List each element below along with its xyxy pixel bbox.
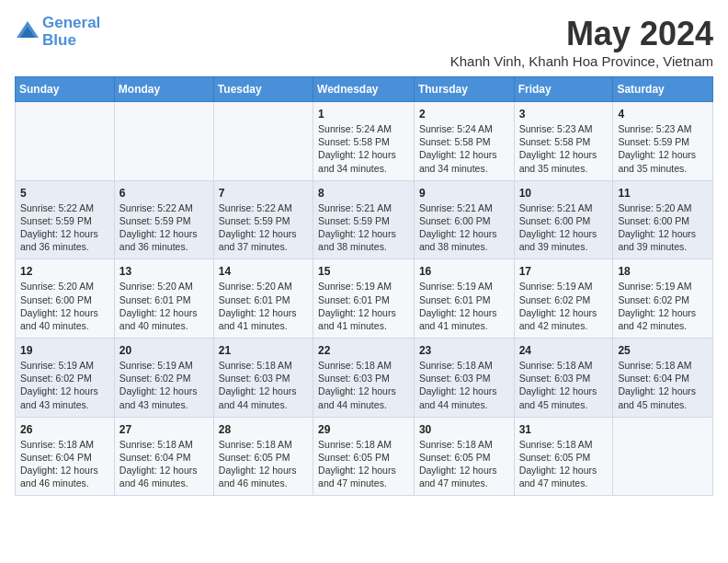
day-info: Sunrise: 5:23 AMSunset: 5:58 PMDaylight:… [519,122,609,175]
day-number: 7 [219,187,308,200]
day-number: 4 [618,108,708,121]
day-number: 12 [20,265,109,278]
day-info: Sunrise: 5:18 AMSunset: 6:03 PMDaylight:… [318,359,409,411]
calendar-cell: 23Sunrise: 5:18 AMSunset: 6:03 PMDayligh… [414,339,514,418]
day-number: 27 [119,423,209,436]
day-number: 19 [20,344,109,357]
column-header-thursday: Thursday [414,77,514,102]
calendar-cell [613,417,713,496]
day-info: Sunrise: 5:22 AMSunset: 5:59 PMDaylight:… [20,201,109,254]
day-number: 24 [519,344,609,357]
day-info: Sunrise: 5:18 AMSunset: 6:05 PMDaylight:… [318,438,409,490]
day-info: Sunrise: 5:18 AMSunset: 6:04 PMDaylight:… [119,438,209,490]
day-info: Sunrise: 5:18 AMSunset: 6:04 PMDaylight:… [20,438,109,490]
day-info: Sunrise: 5:19 AMSunset: 6:02 PMDaylight:… [618,280,708,332]
day-info: Sunrise: 5:24 AMSunset: 5:58 PMDaylight:… [419,122,509,175]
day-number: 16 [419,265,509,278]
calendar-cell: 17Sunrise: 5:19 AMSunset: 6:02 PMDayligh… [514,259,613,339]
calendar-cell: 27Sunrise: 5:18 AMSunset: 6:04 PMDayligh… [114,417,213,496]
logo: General Blue [15,15,100,49]
day-info: Sunrise: 5:18 AMSunset: 6:05 PMDaylight:… [419,438,509,490]
header-row: SundayMondayTuesdayWednesdayThursdayFrid… [16,77,713,102]
day-info: Sunrise: 5:19 AMSunset: 6:02 PMDaylight:… [119,359,209,411]
calendar-header: SundayMondayTuesdayWednesdayThursdayFrid… [16,77,713,102]
calendar-cell: 25Sunrise: 5:18 AMSunset: 6:04 PMDayligh… [613,339,713,418]
day-info: Sunrise: 5:19 AMSunset: 6:02 PMDaylight:… [519,280,609,332]
day-info: Sunrise: 5:19 AMSunset: 6:01 PMDaylight:… [419,280,509,332]
day-number: 6 [119,187,209,200]
day-number: 15 [318,265,409,278]
week-row-5: 26Sunrise: 5:18 AMSunset: 6:04 PMDayligh… [16,417,713,496]
calendar-cell: 5Sunrise: 5:22 AMSunset: 5:59 PMDaylight… [16,180,115,259]
day-info: Sunrise: 5:18 AMSunset: 6:05 PMDaylight:… [519,438,609,490]
day-info: Sunrise: 5:22 AMSunset: 5:59 PMDaylight:… [119,201,209,254]
day-number: 1 [318,108,409,121]
calendar-cell: 9Sunrise: 5:21 AMSunset: 6:00 PMDaylight… [414,180,514,259]
day-number: 13 [119,265,209,278]
calendar-cell [114,102,213,181]
month-title: May 2024 [450,15,713,53]
day-info: Sunrise: 5:24 AMSunset: 5:58 PMDaylight:… [318,122,409,175]
calendar-cell: 1Sunrise: 5:24 AMSunset: 5:58 PMDaylight… [313,102,415,181]
column-header-monday: Monday [114,77,213,102]
calendar-cell: 31Sunrise: 5:18 AMSunset: 6:05 PMDayligh… [514,417,613,496]
day-number: 10 [519,187,609,200]
calendar-cell: 12Sunrise: 5:20 AMSunset: 6:00 PMDayligh… [16,259,115,339]
calendar-cell: 21Sunrise: 5:18 AMSunset: 6:03 PMDayligh… [213,339,313,418]
day-info: Sunrise: 5:18 AMSunset: 6:04 PMDaylight:… [618,359,708,411]
column-header-tuesday: Tuesday [213,77,313,102]
day-number: 17 [519,265,609,278]
calendar-cell: 11Sunrise: 5:20 AMSunset: 6:00 PMDayligh… [613,180,713,259]
location-subtitle: Khanh Vinh, Khanh Hoa Province, Vietnam [450,53,713,69]
day-info: Sunrise: 5:21 AMSunset: 6:00 PMDaylight:… [419,201,509,254]
day-info: Sunrise: 5:19 AMSunset: 6:01 PMDaylight:… [318,280,409,332]
calendar-cell: 28Sunrise: 5:18 AMSunset: 6:05 PMDayligh… [213,417,313,496]
day-number: 25 [618,344,708,357]
day-number: 23 [419,344,509,357]
day-number: 29 [318,423,409,436]
day-info: Sunrise: 5:20 AMSunset: 6:01 PMDaylight:… [119,280,209,332]
day-info: Sunrise: 5:18 AMSunset: 6:03 PMDaylight:… [519,359,609,411]
day-number: 9 [419,187,509,200]
calendar-cell: 13Sunrise: 5:20 AMSunset: 6:01 PMDayligh… [114,259,213,339]
calendar-body: 1Sunrise: 5:24 AMSunset: 5:58 PMDaylight… [16,102,713,496]
calendar-cell: 18Sunrise: 5:19 AMSunset: 6:02 PMDayligh… [613,259,713,339]
day-info: Sunrise: 5:22 AMSunset: 5:59 PMDaylight:… [219,201,308,254]
logo-text-general: General [42,14,100,31]
page-header: General Blue May 2024 Khanh Vinh, Khanh … [15,15,713,69]
calendar-cell: 24Sunrise: 5:18 AMSunset: 6:03 PMDayligh… [514,339,613,418]
day-number: 18 [618,265,708,278]
calendar-cell: 8Sunrise: 5:21 AMSunset: 5:59 PMDaylight… [313,180,415,259]
calendar-cell [16,102,115,181]
calendar-cell: 20Sunrise: 5:19 AMSunset: 6:02 PMDayligh… [114,339,213,418]
day-number: 14 [219,265,308,278]
day-info: Sunrise: 5:20 AMSunset: 6:00 PMDaylight:… [618,201,708,254]
calendar-cell: 16Sunrise: 5:19 AMSunset: 6:01 PMDayligh… [414,259,514,339]
day-number: 11 [618,187,708,200]
column-header-friday: Friday [514,77,613,102]
calendar-cell [213,102,313,181]
calendar-cell: 29Sunrise: 5:18 AMSunset: 6:05 PMDayligh… [313,417,415,496]
calendar-cell: 4Sunrise: 5:23 AMSunset: 5:59 PMDaylight… [613,102,713,181]
calendar-cell: 19Sunrise: 5:19 AMSunset: 6:02 PMDayligh… [16,339,115,418]
calendar-cell: 6Sunrise: 5:22 AMSunset: 5:59 PMDaylight… [114,180,213,259]
day-number: 30 [419,423,509,436]
day-info: Sunrise: 5:20 AMSunset: 6:01 PMDaylight:… [219,280,308,332]
day-info: Sunrise: 5:21 AMSunset: 5:59 PMDaylight:… [318,201,409,254]
week-row-2: 5Sunrise: 5:22 AMSunset: 5:59 PMDaylight… [16,180,713,259]
column-header-saturday: Saturday [613,77,713,102]
day-info: Sunrise: 5:19 AMSunset: 6:02 PMDaylight:… [20,359,109,411]
week-row-3: 12Sunrise: 5:20 AMSunset: 6:00 PMDayligh… [16,259,713,339]
day-number: 21 [219,344,308,357]
day-info: Sunrise: 5:20 AMSunset: 6:00 PMDaylight:… [20,280,109,332]
day-info: Sunrise: 5:18 AMSunset: 6:05 PMDaylight:… [219,438,308,490]
calendar-cell: 15Sunrise: 5:19 AMSunset: 6:01 PMDayligh… [313,259,415,339]
day-number: 22 [318,344,409,357]
day-number: 20 [119,344,209,357]
column-header-wednesday: Wednesday [313,77,415,102]
week-row-4: 19Sunrise: 5:19 AMSunset: 6:02 PMDayligh… [16,339,713,418]
day-info: Sunrise: 5:21 AMSunset: 6:00 PMDaylight:… [519,201,609,254]
calendar-cell: 30Sunrise: 5:18 AMSunset: 6:05 PMDayligh… [414,417,514,496]
column-header-sunday: Sunday [16,77,115,102]
day-number: 5 [20,187,109,200]
